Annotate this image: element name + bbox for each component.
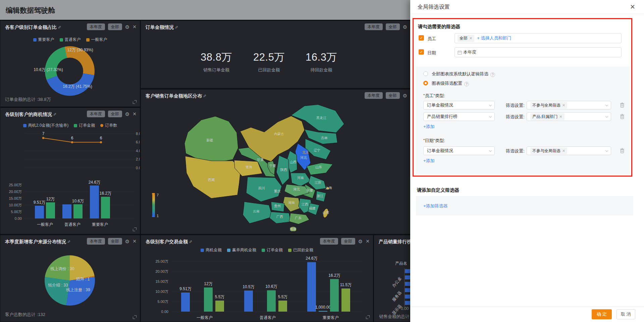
employee-type-title: "员工"类型:: [423, 93, 445, 99]
province-label: 广西: [276, 215, 283, 218]
edit-pencil-icon[interactable]: ✎: [203, 94, 206, 99]
svg-text:普通客户: 普通客户: [64, 222, 80, 227]
province-label: 上海: [325, 186, 332, 190]
gear-icon[interactable]: ⚙: [403, 93, 407, 98]
setting-select[interactable]: 不参与全局筛选✕: [527, 101, 611, 110]
date-type-title: "日期"类型:: [423, 138, 445, 144]
svg-text:5.00万: 5.00万: [158, 300, 168, 304]
expand-icon[interactable]: [366, 315, 370, 319]
add-employee-row-link[interactable]: +添加: [423, 124, 435, 130]
tag-remove-icon[interactable]: ✕: [559, 115, 562, 119]
svg-text:5.5万: 5.5万: [215, 295, 225, 299]
transaction-chart[interactable]: 25.00万20.00万15.00万10.00万5.00万0.009.51万10…: [141, 235, 373, 322]
page-title: 编辑数据驾驶舱: [6, 6, 55, 15]
china-map[interactable]: 新疆西藏青海甘肃宁夏内蒙古黑龙江吉林辽宁北京河北山西山东陕西河南江苏安徽上海湖北…: [161, 101, 379, 231]
period-button[interactable]: 本年度: [365, 92, 383, 99]
radio-default-logic-label[interactable]: 全部图表按系统默认逻辑筛选?: [432, 71, 495, 77]
close-icon[interactable]: ✕: [132, 239, 137, 244]
card-controls: 本年度 全部 ⚙ ✕: [365, 92, 414, 99]
select-people-link[interactable]: + 选择人员和部门: [477, 35, 511, 41]
help-icon[interactable]: ?: [464, 82, 469, 86]
setting-select[interactable]: 不参与全局筛选✕: [527, 146, 611, 155]
setting-label: 筛选设置:: [506, 148, 525, 154]
panel-header: 全局筛选设置 ✕: [410, 0, 644, 14]
svg-text:0.00: 0.00: [161, 310, 168, 314]
scope-button[interactable]: 全部: [108, 23, 122, 30]
chart-select[interactable]: 产品销量排行榜: [423, 112, 495, 121]
legend-item[interactable]: 重要客户: [33, 37, 54, 43]
gear-icon[interactable]: ⚙: [125, 239, 129, 244]
highlight-red-box: 请勾选需要的筛选器 ✓ 员工 全部✕ + 选择人员和部门 ✓ 日期 本年度 全部…: [413, 18, 632, 177]
scope-button[interactable]: 全部: [108, 238, 122, 245]
chart-select[interactable]: 订单金额情况: [423, 101, 495, 110]
period-button[interactable]: 本年度: [365, 23, 383, 30]
period-button[interactable]: 本年度: [87, 23, 105, 30]
svg-text:0.00: 0.00: [15, 216, 22, 220]
svg-text:9.51万: 9.51万: [179, 286, 191, 291]
chevron-down-icon: [489, 149, 492, 152]
province-label: 河北: [300, 156, 307, 159]
radio-chart-level[interactable]: [423, 81, 428, 85]
gear-icon[interactable]: ⚙: [125, 24, 129, 29]
svg-text:6: 6: [100, 136, 102, 140]
employee-checkbox[interactable]: ✓: [419, 35, 424, 41]
date-checkbox[interactable]: ✓: [419, 49, 424, 55]
expand-icon[interactable]: [133, 228, 137, 231]
svg-text:10.5万: 10.5万: [243, 284, 254, 289]
expand-icon[interactable]: [133, 315, 137, 319]
province-label: 青海: [246, 165, 252, 169]
confirm-button[interactable]: 确 定: [592, 309, 612, 319]
svg-text:25.00万: 25.00万: [9, 183, 22, 187]
expand-icon[interactable]: [133, 100, 137, 104]
delete-icon[interactable]: [620, 103, 625, 108]
legend-marker: [60, 38, 63, 42]
date-filter-input[interactable]: 本年度: [454, 47, 622, 57]
legend-item[interactable]: 一般客户: [86, 37, 107, 43]
tag-remove-icon[interactable]: ✕: [562, 103, 565, 108]
kpi-received: 22.5万 已回款金额: [253, 50, 285, 73]
tag-remove-icon[interactable]: ✕: [469, 36, 472, 41]
province-label: 贵州: [274, 204, 281, 208]
svg-text:5.00万: 5.00万: [11, 210, 22, 214]
province-label: 福建: [309, 206, 316, 210]
edit-pencil-icon[interactable]: ✎: [58, 25, 61, 30]
province-label: 辽宁: [314, 148, 320, 152]
radio-chart-level-label[interactable]: 图表级筛选配置?: [432, 80, 469, 86]
province-label: 湖南: [288, 201, 295, 204]
opportunity-chart[interactable]: 8.006.004.002.000.0025.00万20.00万15.00万10…: [0, 108, 140, 234]
employee-filter-input[interactable]: 全部✕ + 选择人员和部门: [454, 33, 622, 43]
province-label: 陕西: [280, 168, 287, 172]
period-button[interactable]: 本年度: [87, 238, 105, 245]
setting-select[interactable]: 产品.归属部门✕: [527, 112, 611, 121]
province-label: 湖北: [293, 187, 300, 191]
legend-min: 1: [157, 214, 159, 218]
chart-select[interactable]: 订单金额情况: [423, 146, 495, 155]
gear-icon[interactable]: ⚙: [403, 24, 407, 29]
close-icon[interactable]: ✕: [132, 24, 137, 29]
chevron-down-icon: [489, 115, 492, 118]
cancel-button[interactable]: 取 消: [616, 309, 635, 319]
tag-remove-icon[interactable]: ✕: [562, 149, 565, 153]
province-label: 重庆: [274, 189, 281, 193]
add-date-row-link[interactable]: +添加: [423, 158, 435, 164]
scope-button[interactable]: 全部: [386, 92, 400, 99]
delete-icon[interactable]: [620, 148, 625, 153]
svg-text:10.00万: 10.00万: [155, 289, 168, 294]
data-label: 12万 (30.93%): [67, 47, 93, 53]
add-filter-link[interactable]: +添加筛选器: [423, 203, 448, 209]
help-icon[interactable]: ?: [490, 72, 495, 77]
panel-close-icon[interactable]: ✕: [630, 3, 635, 11]
province-label: 西藏: [208, 178, 215, 182]
radio-default-logic[interactable]: [423, 71, 428, 76]
svg-text:5.5万: 5.5万: [278, 295, 288, 299]
date-value: 本年度: [463, 49, 476, 55]
delete-icon[interactable]: [620, 114, 625, 119]
edit-pencil-icon[interactable]: ✎: [175, 25, 178, 30]
scope-button[interactable]: 全部: [386, 23, 400, 30]
province-label: 广东: [295, 216, 302, 220]
setting-tag: 产品.归属部门✕: [530, 113, 565, 120]
province-label: 江苏: [315, 181, 321, 184]
edit-pencil-icon[interactable]: ✎: [67, 240, 70, 244]
legend-item[interactable]: 普通客户: [60, 37, 81, 43]
axis-title: 产品名: [395, 261, 407, 266]
